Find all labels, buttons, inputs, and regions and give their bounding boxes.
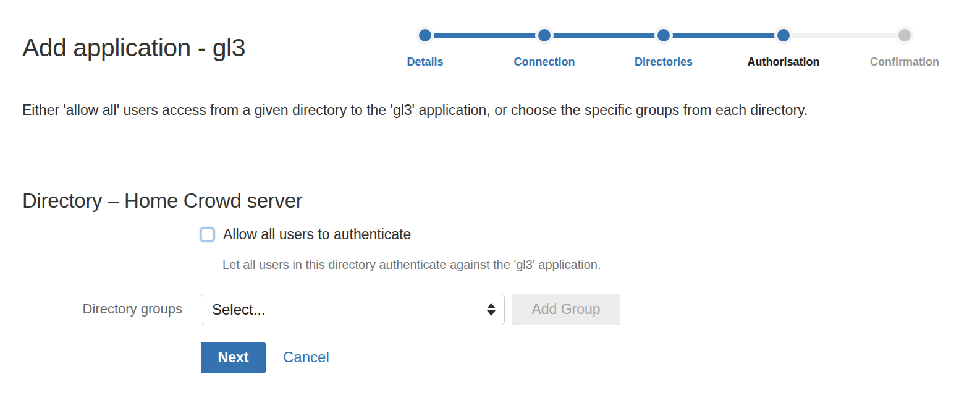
directory-groups-select-value: Select...	[212, 301, 487, 318]
wizard-stepper: Details Connection Directories Authorisa…	[402, 25, 980, 77]
step-label-directories[interactable]: Directories	[635, 56, 693, 69]
step-label-authorisation: Authorisation	[748, 56, 820, 69]
stepper-track-completed	[425, 33, 784, 38]
step-label-details[interactable]: Details	[407, 56, 443, 69]
page-title: Add application - gl3	[22, 33, 245, 62]
directory-groups-label: Directory groups	[22, 301, 182, 317]
step-label-connection[interactable]: Connection	[514, 56, 575, 69]
directory-groups-select[interactable]: Select...	[201, 294, 505, 325]
step-dot-confirmation	[898, 29, 911, 41]
stepper-track-upcoming	[779, 33, 905, 38]
allow-all-label[interactable]: Allow all users to authenticate	[223, 226, 411, 243]
intro-text: Either 'allow all' users access from a g…	[22, 98, 918, 122]
allow-all-checkbox[interactable]	[200, 227, 215, 242]
allow-all-description: Let all users in this directory authenti…	[222, 258, 601, 272]
chevron-up-icon	[487, 303, 496, 308]
step-label-confirmation: Confirmation	[870, 56, 939, 69]
directory-section-heading: Directory – Home Crowd server	[22, 189, 302, 213]
add-application-page: Add application - gl3 Details Connection…	[0, 0, 980, 408]
cancel-link[interactable]: Cancel	[283, 349, 329, 366]
select-spinner-icon	[487, 303, 496, 316]
step-dot-details[interactable]	[419, 29, 431, 41]
step-dot-authorisation	[777, 29, 790, 41]
chevron-down-icon	[487, 310, 496, 316]
allow-all-row: Allow all users to authenticate	[200, 226, 411, 243]
step-dot-directories[interactable]	[657, 29, 670, 41]
step-dot-connection[interactable]	[538, 29, 551, 41]
next-button[interactable]: Next	[201, 342, 266, 373]
add-group-button[interactable]: Add Group	[512, 294, 620, 325]
